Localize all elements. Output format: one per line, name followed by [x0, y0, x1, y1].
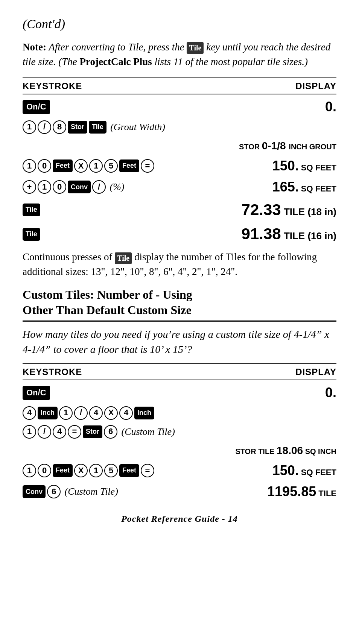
- keystroke-header-1: KEYSTROKE DISPLAY: [23, 77, 336, 95]
- key-percent-label: (%): [107, 180, 124, 194]
- key-tile-b[interactable]: Tile: [23, 204, 40, 216]
- key-slash-b[interactable]: /: [92, 180, 106, 194]
- display-label-1: DISPLAY: [295, 80, 336, 93]
- key-4a[interactable]: 4: [23, 406, 36, 420]
- key-onc1[interactable]: On/C: [23, 100, 50, 114]
- key-1h[interactable]: 1: [89, 464, 103, 477]
- keystroke-col-grout: 1 / 8 Stor Tile (Grout Width): [23, 120, 336, 134]
- row-grout-width: 1 / 8 Stor Tile (Grout Width): [23, 119, 336, 135]
- display-col-onc2: 0.: [325, 383, 336, 402]
- key-slash-d[interactable]: /: [38, 425, 51, 439]
- keystroke-header-2: KEYSTROKE DISPLAY: [23, 363, 336, 381]
- stor-grout-value: STOR 0-1/8 INCH GROUT: [239, 138, 336, 153]
- display-col-onc1: 0.: [325, 97, 336, 116]
- key-4c[interactable]: 4: [119, 406, 133, 420]
- key-1e[interactable]: 1: [59, 406, 73, 420]
- key-6b[interactable]: 6: [47, 485, 61, 498]
- key-feet-b[interactable]: Feet: [119, 159, 139, 172]
- keystroke-col-150b: 1 0 Feet X 1 5 Feet =: [23, 464, 272, 477]
- note-bold1: ProjectCalc: [79, 56, 131, 67]
- key-tile-a[interactable]: Tile: [89, 121, 106, 134]
- keystroke-col-tile1: Tile: [23, 204, 242, 216]
- stor-tile-display: STOR TILE 18.06 SQ INCH: [23, 442, 336, 459]
- note-text1: After converting to Tile, press the: [46, 41, 187, 53]
- key-inch-b[interactable]: Inch: [134, 407, 154, 419]
- row-150: 1 0 Feet X 1 5 Feet = 150. SQ FEET: [23, 156, 336, 175]
- note-bold2: Plus: [133, 56, 152, 67]
- continuous-text: Continuous presses of Tile display the n…: [23, 250, 336, 279]
- display-label-2: DISPLAY: [295, 366, 336, 378]
- key-x-b[interactable]: X: [104, 406, 118, 420]
- key-5a[interactable]: 5: [104, 159, 118, 173]
- key-5b[interactable]: 5: [104, 464, 118, 477]
- section2-italic-text: How many tiles do you need if you’re usi…: [23, 327, 336, 357]
- note-text4: lists 11 of the most popular tile sizes.…: [152, 56, 308, 67]
- keystroke-col-150: 1 0 Feet X 1 5 Feet =: [23, 159, 272, 173]
- key-1b[interactable]: 1: [23, 159, 36, 173]
- key-slash-a[interactable]: /: [38, 120, 51, 134]
- key-x-c[interactable]: X: [74, 464, 88, 477]
- display-tile2: 91.38 TILE (16 in): [242, 223, 336, 245]
- key-slash-c[interactable]: /: [74, 406, 88, 420]
- row-tile-91: Tile 91.38 TILE (16 in): [23, 223, 336, 245]
- keystroke-label-1: KEYSTROKE: [23, 80, 82, 93]
- row-inch1: 4 Inch 1 / 4 X 4 Inch: [23, 405, 336, 421]
- key-stor-b[interactable]: Stor: [83, 425, 102, 438]
- page-title: (Cont'd): [23, 15, 336, 33]
- keystroke-col-onc2: On/C: [23, 386, 325, 400]
- keystroke-col-tile2: Tile: [23, 228, 242, 241]
- stor-grout-display: STOR 0-1/8 INCH GROUT: [23, 138, 336, 154]
- keystroke-col-custom: 1 / 4 = Stor 6 (Custom Tile): [23, 425, 336, 439]
- grout-width-label: (Grout Width): [108, 120, 165, 134]
- key-0b[interactable]: 0: [53, 180, 66, 194]
- display-150b: 150. SQ FEET: [272, 461, 336, 480]
- keystroke-label-2: KEYSTROKE: [23, 366, 82, 378]
- keystroke-col-1195: Conv 6 (Custom Tile): [23, 485, 267, 498]
- row-onc2: On/C 0.: [23, 383, 336, 402]
- key-onc2[interactable]: On/C: [23, 386, 50, 400]
- row-custom-tile: 1 / 4 = Stor 6 (Custom Tile): [23, 424, 336, 440]
- key-feet-d[interactable]: Feet: [119, 464, 139, 477]
- note-section: Note: After converting to Tile, press th…: [23, 40, 336, 69]
- tile-key-note: Tile: [187, 42, 204, 54]
- key-0c[interactable]: 0: [38, 464, 51, 477]
- key-feet-c[interactable]: Feet: [53, 464, 73, 477]
- tile-key-continuous: Tile: [115, 252, 132, 264]
- key-4d[interactable]: 4: [53, 425, 66, 439]
- stor-tile-value: STOR TILE 18.06 SQ INCH: [235, 443, 336, 458]
- custom-tile-label-1: (Custom Tile): [119, 425, 175, 439]
- key-1f[interactable]: 1: [23, 425, 36, 439]
- display-165: 165. SQ FEET: [272, 178, 336, 196]
- section2-heading: Custom Tiles: Number of - Using Other Th…: [23, 287, 336, 322]
- key-stor-a[interactable]: Stor: [68, 121, 87, 134]
- key-plus-a[interactable]: +: [23, 180, 36, 194]
- display-150: 150. SQ FEET: [272, 156, 336, 175]
- display-tile1: 72.33 TILE (18 in): [242, 199, 336, 221]
- key-tile-c[interactable]: Tile: [23, 228, 40, 241]
- key-conv-b[interactable]: Conv: [23, 485, 46, 498]
- key-8a[interactable]: 8: [53, 120, 66, 134]
- footer: Pocket Reference Guide - 14: [23, 513, 336, 526]
- key-1d[interactable]: 1: [38, 180, 51, 194]
- row-165: + 1 0 Conv / (%) 165. SQ FEET: [23, 178, 336, 196]
- row-1195: Conv 6 (Custom Tile) 1195.85 TILE: [23, 482, 336, 501]
- display-1195: 1195.85 TILE: [267, 482, 336, 501]
- key-conv-a[interactable]: Conv: [68, 181, 91, 193]
- row-tile-72: Tile 72.33 TILE (18 in): [23, 199, 336, 221]
- key-equals-b[interactable]: =: [68, 425, 81, 439]
- key-inch-a[interactable]: Inch: [38, 407, 58, 419]
- key-feet-a[interactable]: Feet: [53, 159, 73, 172]
- key-1g[interactable]: 1: [23, 464, 36, 477]
- key-1a[interactable]: 1: [23, 120, 36, 134]
- key-0a[interactable]: 0: [38, 159, 51, 173]
- custom-tile-label-2: (Custom Tile): [62, 485, 118, 498]
- row-150b: 1 0 Feet X 1 5 Feet = 150. SQ FEET: [23, 461, 336, 480]
- key-4b[interactable]: 4: [89, 406, 103, 420]
- key-1c[interactable]: 1: [89, 159, 103, 173]
- row-onc1: On/C 0.: [23, 97, 336, 116]
- keystroke-col-165: + 1 0 Conv / (%): [23, 180, 272, 194]
- key-equals-c[interactable]: =: [141, 464, 154, 477]
- key-x-a[interactable]: X: [74, 159, 88, 173]
- key-6a[interactable]: 6: [104, 425, 117, 439]
- key-equals-a[interactable]: =: [141, 159, 154, 173]
